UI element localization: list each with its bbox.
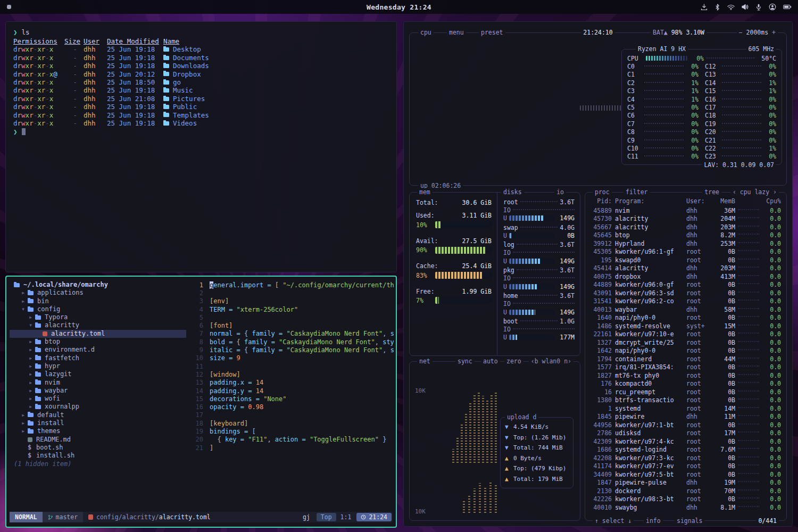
filter-button[interactable]: filter <box>624 188 650 196</box>
tree-item[interactable]: ▸install <box>10 419 186 427</box>
process-row[interactable]: 1systemdroot14M0.0 <box>591 404 781 413</box>
update-icon[interactable] <box>701 4 708 11</box>
tree-item[interactable]: ▸wofi <box>10 395 186 403</box>
mem-panel-title[interactable]: mem <box>417 188 433 196</box>
tree-item[interactable]: ▸btop <box>10 338 186 346</box>
process-row[interactable]: 1827mt76-tx phy0root0B0.0 <box>591 371 781 380</box>
col-proc-user[interactable]: User: <box>686 197 712 205</box>
process-row[interactable]: 42208kworker/u97:3-kcroot0B0.0 <box>591 454 781 462</box>
info-button[interactable]: info <box>644 517 663 525</box>
process-row[interactable]: 39912Hyprlanddhh253M0.0 <box>591 239 781 248</box>
refresh-minus-button[interactable]: − <box>739 29 743 36</box>
user-icon[interactable] <box>769 3 776 11</box>
tree-item[interactable]: ▸fastfetch <box>10 354 186 362</box>
tree-item[interactable]: ▸themes <box>10 427 186 435</box>
tree-item[interactable]: ▾alacritty <box>10 321 186 329</box>
bluetooth-icon[interactable] <box>714 4 720 11</box>
terminal-window[interactable]: ❯ ls Permissions Size User Date Modified… <box>5 21 397 272</box>
col-pid[interactable]: Pid: <box>591 197 615 205</box>
topbar-clock[interactable]: Wednesday 21:24 <box>367 3 431 11</box>
disks-panel-title[interactable]: disks <box>501 188 524 196</box>
tree-item[interactable]: $install.sh <box>10 452 186 460</box>
microphone-icon[interactable] <box>755 4 762 11</box>
process-row[interactable]: 34409kworker/u97:5-btroot0B0.0 <box>591 470 781 479</box>
process-row[interactable]: 1486systemd-resolvesyst+15M0.0 <box>591 322 781 330</box>
process-row[interactable]: 1794containerdroot44M0.0 <box>591 355 781 363</box>
select-hint[interactable]: ↑ select ↓ <box>593 517 634 525</box>
code-editor[interactable]: 1general.import = [ "~/.config/omarchy/c… <box>189 281 394 506</box>
tree-item[interactable]: ▸hypr <box>10 362 186 370</box>
signals-button[interactable]: signals <box>675 517 704 525</box>
tree-item[interactable]: ▸Typora <box>10 313 186 321</box>
btop-window[interactable]: cpu menu preset 21:24:10 BAT▲ 98% 3.10W … <box>403 21 793 527</box>
process-row[interactable]: 1642napi/phy0-0root0B0.0 <box>591 347 781 355</box>
process-row[interactable]: 44956kworker/u97:1-btroot0B0.0 <box>591 421 781 429</box>
process-row[interactable]: 176kcompactd0root0B0.0 <box>591 380 781 388</box>
tree-item[interactable]: ▸waybar <box>10 387 186 395</box>
process-row[interactable]: 1845pipewiredhh11M0.0 <box>591 413 781 421</box>
process-row[interactable]: 42309kworker/u97:4-kcroot0B0.0 <box>591 437 781 446</box>
process-row[interactable]: 1380btrfs-transactioroot0B0.0 <box>591 396 781 405</box>
tree-item[interactable]: ▸environment.d <box>10 346 186 354</box>
process-row[interactable]: 1327dmcrypt_write/25root0B0.0 <box>591 338 781 347</box>
tree-item[interactable]: ▸applications <box>10 289 186 297</box>
process-row[interactable]: 40075dropboxdhh413M0.0 <box>591 272 781 281</box>
entry-name[interactable]: go <box>163 78 389 87</box>
entry-name[interactable]: Downloads <box>163 62 389 70</box>
entry-name[interactable]: Music <box>163 86 389 95</box>
tree-item[interactable]: ▸bin <box>10 297 186 305</box>
refresh-plus-button[interactable]: + <box>772 29 776 36</box>
col-mem[interactable]: MemB <box>712 197 735 205</box>
tree-toggle[interactable]: tree <box>702 188 721 196</box>
process-row[interactable]: 43091kworker/u96:3-sdroot0B0.0 <box>591 289 781 297</box>
process-row[interactable]: 31541kworker/u96:2-coroot0B0.0 <box>591 297 781 306</box>
wifi-icon[interactable] <box>727 4 735 10</box>
battery-icon[interactable] <box>783 4 792 10</box>
tree-item[interactable]: ▸lazygit <box>10 370 186 378</box>
process-row[interactable]: 1640napi/phy0-0root0B0.0 <box>591 314 781 322</box>
entry-name[interactable]: Desktop <box>163 45 389 54</box>
process-row[interactable]: 16rcu_preemptroot0B0.0 <box>591 388 781 396</box>
tree-item[interactable]: $boot.sh <box>10 444 186 452</box>
col-program[interactable]: Program: <box>615 197 686 205</box>
tree-root[interactable]: ~/.local/share/omarchy <box>10 281 186 289</box>
process-row[interactable]: 22161kworker/u97:10-eroot0B0.0 <box>591 330 781 339</box>
tree-item[interactable]: ▸default <box>10 411 186 419</box>
process-row[interactable]: 1686systemd-logindroot7.6M0.0 <box>591 446 781 454</box>
tree-item[interactable]: README.md <box>10 436 186 444</box>
entry-name[interactable]: Public <box>163 103 389 111</box>
process-row[interactable]: 1577irq/81-PIXA3854:root0B0.0 <box>591 363 781 372</box>
process-row[interactable]: 40010swaybgdhh8.1M0.0 <box>591 503 781 512</box>
preset-button[interactable]: preset <box>479 29 505 36</box>
process-row[interactable]: 45414alacrittydhh203M0.0 <box>591 264 781 273</box>
tree-item[interactable]: ▾config <box>10 305 186 313</box>
menu-button[interactable]: menu <box>447 29 466 36</box>
entry-name[interactable]: Documents <box>163 54 389 62</box>
entry-name[interactable]: Dropbox <box>163 70 389 79</box>
process-row[interactable]: 195kswapd0root0B0.0 <box>591 256 781 264</box>
volume-icon[interactable] <box>742 4 749 10</box>
process-row[interactable]: 45645btopdhh8.2M0.0 <box>591 231 781 240</box>
process-row[interactable]: 2130dockerdroot70M0.0 <box>591 487 781 495</box>
process-row[interactable]: 2786udisksdroot17M0.0 <box>591 429 781 438</box>
tree-item[interactable]: ▸xournalpp <box>10 403 186 411</box>
sort-selector[interactable]: ‹ cpu lazy › <box>730 188 779 196</box>
process-row[interactable]: 45889nvimdhh36M0.0 <box>591 206 781 215</box>
proc-panel-title[interactable]: proc <box>593 188 612 196</box>
tree-item[interactable]: alacritty.toml <box>10 330 186 338</box>
process-row[interactable]: 44889kworker/u96:0-gfroot0B0.0 <box>591 281 781 289</box>
entry-name[interactable]: Videos <box>163 119 389 128</box>
col-cpu[interactable]: Cpu% <box>762 197 781 205</box>
entry-name[interactable]: Pictures <box>163 95 389 103</box>
process-row[interactable]: 42226kworker/u98:3-btroot0B0.0 <box>591 495 781 504</box>
process-row[interactable]: 40013waybardhh58M0.0 <box>591 305 781 314</box>
process-row[interactable]: 1847pipewire-pulsedhh19M0.0 <box>591 479 781 487</box>
process-row[interactable]: 45667alacrittydhh203M0.0 <box>591 223 781 231</box>
process-row[interactable]: 41174kworker/u97:7-evroot0B0.0 <box>591 462 781 471</box>
neovim-window[interactable]: ~/.local/share/omarchy ▸applications▸bin… <box>5 276 397 528</box>
cpu-panel-title[interactable]: cpu <box>418 29 434 36</box>
workspace-indicator[interactable] <box>7 5 11 9</box>
git-branch[interactable]: master <box>43 512 84 522</box>
tree-item[interactable]: ▸nvim <box>10 379 186 387</box>
net-box-title[interactable]: upload d <box>505 413 538 421</box>
